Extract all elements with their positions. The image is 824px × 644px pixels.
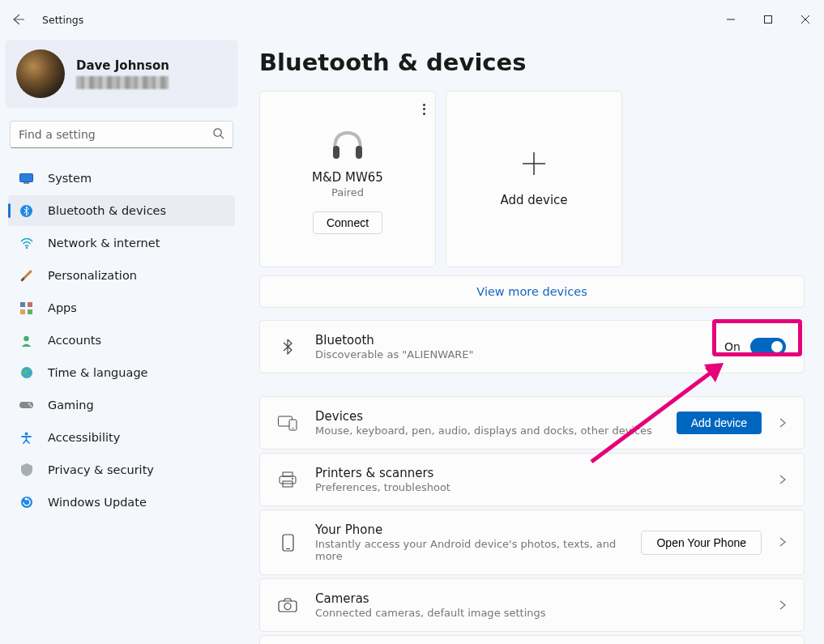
phone-title: Your Phone [315, 522, 623, 537]
svg-rect-5 [23, 182, 29, 184]
nav: System Bluetooth & devices Network & int… [5, 163, 238, 518]
bluetooth-row: Bluetooth Discoverable as "ALIENWARE" On [259, 320, 805, 373]
plus-icon [521, 151, 547, 177]
add-device-button[interactable]: Add device [677, 412, 762, 434]
nav-label: Time & language [48, 366, 148, 379]
phone-sub: Instantly access your Android device's p… [315, 538, 623, 562]
apps-icon [19, 301, 33, 315]
cameras-sub: Connected cameras, default image setting… [315, 607, 762, 619]
shield-icon [19, 463, 33, 477]
bluetooth-title: Bluetooth [315, 333, 707, 348]
headphones-icon [328, 125, 367, 164]
card-menu-button[interactable] [423, 101, 425, 117]
nav-system[interactable]: System [8, 163, 235, 194]
nav-personalization[interactable]: Personalization [8, 260, 235, 291]
nav-label: Network & internet [48, 237, 160, 249]
nav-time-language[interactable]: Time & language [8, 357, 235, 388]
page-title: Bluetooth & devices [259, 49, 805, 76]
chevron-right-icon [779, 535, 786, 550]
devices-sub: Mouse, keyboard, pen, audio, displays an… [315, 424, 659, 437]
nav-label: Accessibility [48, 431, 120, 444]
svg-rect-28 [280, 476, 296, 484]
svg-point-14 [23, 370, 28, 374]
avatar [16, 49, 65, 98]
update-icon [19, 496, 33, 510]
nav-accounts[interactable]: Accounts [8, 325, 235, 356]
svg-point-16 [28, 403, 30, 404]
svg-point-7 [25, 246, 28, 248]
search-input[interactable]: Find a setting [10, 121, 233, 148]
svg-rect-1 [765, 16, 772, 23]
cameras-icon [278, 598, 297, 612]
chevron-right-icon [779, 416, 786, 431]
globe-icon [19, 366, 33, 380]
phone-icon [278, 534, 297, 552]
titlebar: Settings [0, 0, 824, 39]
add-device-label: Add device [500, 193, 567, 207]
nav-label: Windows Update [48, 496, 147, 509]
open-phone-button[interactable]: Open Your Phone [641, 531, 762, 555]
svg-rect-4 [20, 173, 33, 181]
device-card[interactable]: M&D MW65 Paired Connect [259, 91, 436, 267]
nav-apps[interactable]: Apps [8, 292, 235, 323]
chevron-right-icon [779, 472, 786, 488]
svg-rect-27 [283, 472, 292, 476]
cameras-row[interactable]: Cameras Connected cameras, default image… [259, 578, 805, 632]
connect-button[interactable]: Connect [313, 211, 382, 234]
maximize-button[interactable] [749, 6, 787, 32]
nav-bluetooth-devices[interactable]: Bluetooth & devices [8, 195, 235, 226]
nav-accessibility[interactable]: Accessibility [8, 422, 235, 453]
profile-name: Dave Johnson [76, 58, 169, 73]
phone-row[interactable]: Your Phone Instantly access your Android… [259, 510, 805, 575]
svg-rect-21 [356, 146, 362, 159]
window-controls [712, 6, 824, 32]
add-device-card[interactable]: Add device [446, 91, 622, 267]
svg-point-18 [25, 432, 28, 435]
nav-label: Apps [48, 301, 77, 314]
mouse-row[interactable]: Mouse [259, 635, 805, 644]
printers-icon [278, 471, 297, 488]
system-icon [19, 172, 33, 186]
cameras-title: Cameras [315, 591, 762, 606]
profile-email-redacted [76, 76, 169, 89]
back-button[interactable] [11, 13, 24, 26]
svg-rect-9 [28, 302, 32, 307]
svg-rect-11 [28, 309, 32, 314]
svg-point-17 [30, 405, 32, 407]
nav-privacy[interactable]: Privacy & security [8, 454, 235, 485]
nav-label: System [48, 172, 92, 185]
bluetooth-toggle[interactable] [750, 338, 786, 356]
close-button[interactable] [787, 6, 824, 32]
person-icon [19, 334, 33, 348]
printers-title: Printers & scanners [315, 466, 762, 480]
bluetooth-row-icon [278, 339, 297, 355]
devices-icon [278, 415, 297, 431]
accessibility-icon [19, 431, 33, 445]
gamepad-icon [19, 399, 33, 412]
bluetooth-sub: Discoverable as "ALIENWARE" [315, 348, 707, 360]
svg-point-2 [214, 129, 221, 136]
minimize-button[interactable] [712, 6, 749, 32]
devices-row[interactable]: Devices Mouse, keyboard, pen, audio, dis… [259, 396, 805, 450]
device-status: Paired [331, 186, 364, 198]
svg-point-26 [292, 428, 294, 429]
svg-line-3 [220, 135, 224, 139]
nav-network[interactable]: Network & internet [8, 228, 235, 258]
nav-gaming[interactable]: Gaming [8, 390, 235, 420]
view-more-devices[interactable]: View more devices [259, 275, 805, 308]
chevron-right-icon [779, 598, 786, 613]
nav-label: Privacy & security [48, 463, 154, 476]
main-content: Bluetooth & devices M&D MW65 Paired Conn… [243, 39, 824, 644]
svg-rect-20 [333, 146, 339, 159]
nav-windows-update[interactable]: Windows Update [8, 487, 235, 518]
printers-row[interactable]: Printers & scanners Preferences, trouble… [259, 453, 805, 506]
search-icon [212, 127, 224, 142]
brush-icon [19, 269, 33, 283]
profile-card[interactable]: Dave Johnson [5, 40, 238, 108]
bluetooth-icon [19, 204, 33, 218]
window-title: Settings [42, 14, 83, 26]
nav-label: Bluetooth & devices [48, 204, 166, 217]
svg-point-30 [292, 478, 293, 480]
svg-point-34 [284, 603, 291, 610]
svg-rect-8 [20, 302, 25, 307]
